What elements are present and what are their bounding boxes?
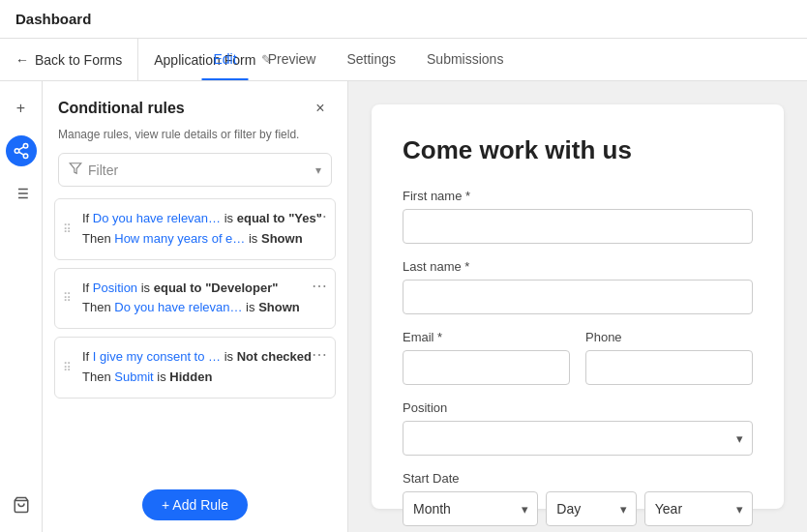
- phone-group: Phone: [585, 330, 753, 385]
- rule-if-line: If Position is equal to "Developer": [82, 279, 325, 299]
- drag-handle-icon: ⠿: [63, 223, 72, 235]
- rules-close-button[interactable]: ×: [309, 97, 332, 120]
- svg-line-4: [18, 147, 23, 150]
- email-input[interactable]: [403, 350, 570, 385]
- back-to-forms-link[interactable]: ← Back to Forms: [15, 39, 138, 80]
- rule-card: ⠿ ⋯ If Do you have relevan… is equal to …: [54, 198, 336, 260]
- form-preview-area: Come work with us First name * Last name…: [348, 81, 807, 532]
- position-select-wrapper: Developer Designer ▾: [403, 421, 753, 456]
- start-date-label: Start Date: [403, 471, 753, 486]
- tab-settings[interactable]: Settings: [335, 39, 407, 80]
- last-name-label: Last name *: [403, 259, 753, 274]
- email-phone-row: Email * Phone: [403, 330, 753, 385]
- day-select[interactable]: Day: [546, 491, 637, 526]
- form-card: Come work with us First name * Last name…: [372, 104, 784, 509]
- drag-handle-icon: ⠿: [63, 292, 72, 304]
- rule-then-field[interactable]: Do you have relevan…: [114, 300, 242, 314]
- date-row: Month ▾ Day ▾ Year ▾: [403, 491, 753, 526]
- tab-submissions[interactable]: Submissions: [415, 39, 515, 80]
- left-sidebar: +: [0, 81, 43, 532]
- filter-chevron-icon: ▾: [315, 163, 321, 177]
- rule-then-field[interactable]: How many years of e…: [114, 231, 245, 246]
- tab-edit[interactable]: Edit: [202, 39, 249, 80]
- rule-if-field[interactable]: Position: [93, 281, 137, 295]
- last-name-input[interactable]: [403, 280, 753, 314]
- tab-preview[interactable]: Preview: [256, 39, 328, 80]
- list-icon[interactable]: [6, 178, 37, 209]
- rule-then-line: Then Do you have relevan… is Shown: [82, 298, 325, 318]
- month-select[interactable]: Month: [403, 491, 538, 526]
- year-select[interactable]: Year: [644, 491, 753, 526]
- position-select[interactable]: Developer Designer: [403, 421, 753, 456]
- svg-line-3: [18, 152, 23, 155]
- svg-point-2: [23, 154, 28, 159]
- rule-if-line: If I give my consent to … is Not checked: [82, 347, 325, 368]
- plus-icon[interactable]: +: [6, 93, 37, 124]
- position-label: Position: [403, 400, 753, 415]
- rule-then-field[interactable]: Submit: [114, 369, 153, 384]
- year-select-wrapper: Year ▾: [644, 491, 753, 526]
- first-name-group: First name *: [403, 189, 753, 244]
- drag-handle-icon: ⠿: [63, 362, 72, 373]
- svg-point-1: [15, 149, 19, 154]
- rule-menu-icon[interactable]: ⋯: [312, 347, 327, 363]
- start-date-group: Start Date Month ▾ Day ▾: [403, 471, 753, 526]
- phone-input[interactable]: [585, 350, 753, 385]
- rule-if-field[interactable]: Do you have relevan…: [93, 211, 221, 225]
- rules-filter-dropdown[interactable]: Filter ▾: [58, 153, 332, 187]
- rules-panel: Conditional rules × Manage rules, view r…: [43, 81, 348, 532]
- back-label: Back to Forms: [35, 52, 122, 68]
- svg-marker-12: [70, 163, 81, 174]
- filter-icon: [69, 162, 82, 178]
- filter-label: Filter: [88, 163, 310, 178]
- add-rule-button[interactable]: + Add Rule: [142, 489, 248, 520]
- main-layout: +: [0, 81, 807, 532]
- first-name-label: First name *: [403, 189, 753, 203]
- day-select-wrapper: Day ▾: [546, 491, 637, 526]
- rule-card: ⠿ ⋯ If Position is equal to "Developer" …: [54, 268, 336, 330]
- rule-if-field[interactable]: I give my consent to …: [93, 349, 221, 364]
- rule-card: ⠿ ⋯ If I give my consent to … is Not che…: [54, 337, 336, 399]
- rules-subtitle: Manage rules, view rule details or filte…: [43, 128, 347, 153]
- first-name-input[interactable]: [403, 209, 753, 244]
- share-icon[interactable]: [6, 135, 37, 166]
- rule-menu-icon[interactable]: ⋯: [312, 209, 327, 224]
- rules-list: ⠿ ⋯ If Do you have relevan… is equal to …: [43, 198, 347, 478]
- rule-if-line: If Do you have relevan… is equal to "Yes…: [82, 209, 325, 229]
- month-select-wrapper: Month ▾: [403, 491, 538, 526]
- cart-icon[interactable]: [6, 489, 37, 520]
- last-name-group: Last name *: [403, 259, 753, 314]
- rules-title: Conditional rules: [58, 100, 185, 117]
- phone-label: Phone: [585, 330, 753, 344]
- form-heading: Come work with us: [403, 135, 753, 165]
- nav-bar: ← Back to Forms Application Form ✎ Edit …: [0, 39, 807, 81]
- email-group: Email *: [403, 330, 570, 385]
- back-arrow-icon: ←: [15, 52, 29, 68]
- rules-panel-header: Conditional rules ×: [43, 81, 347, 128]
- header: Dashboard: [0, 0, 807, 39]
- rule-then-line: Then How many years of e… is Shown: [82, 229, 325, 250]
- rule-then-line: Then Submit is Hidden: [82, 368, 325, 388]
- email-label: Email *: [403, 330, 570, 344]
- position-group: Position Developer Designer ▾: [403, 400, 753, 456]
- nav-tabs: Edit Preview Settings Submissions: [202, 39, 606, 80]
- header-title: Dashboard: [15, 11, 91, 27]
- svg-point-0: [23, 144, 28, 149]
- rule-menu-icon[interactable]: ⋯: [312, 279, 327, 294]
